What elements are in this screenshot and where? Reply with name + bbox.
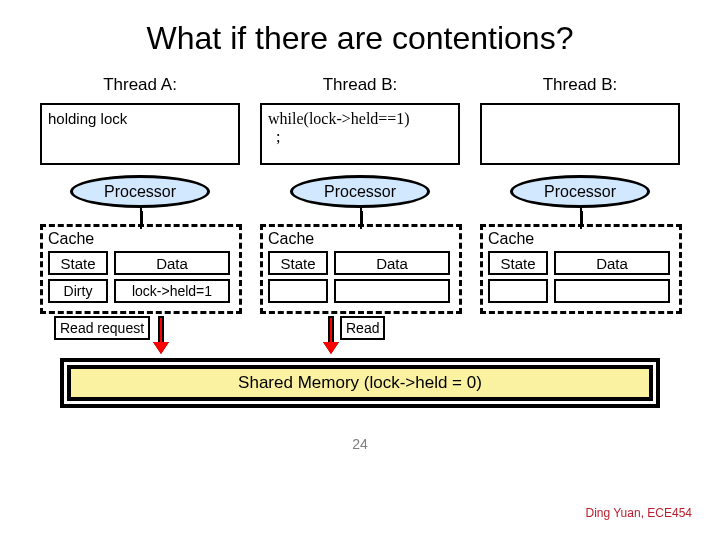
arrow-b1-head bbox=[323, 342, 339, 354]
thread-b1: Thread B: while(lock->held==1) ; bbox=[260, 75, 460, 165]
state-a: Dirty bbox=[48, 279, 108, 303]
shared-memory: Shared Memory (lock->held = 0) bbox=[67, 365, 653, 401]
proc-b1: Processor Cache State Data bbox=[260, 175, 460, 314]
processor-b2: Processor bbox=[510, 175, 650, 208]
thread-b2-code bbox=[480, 103, 680, 165]
data-header-a: Data bbox=[114, 251, 230, 275]
arrow-a-head bbox=[153, 342, 169, 354]
read-b2 bbox=[480, 320, 680, 348]
data-header-b2: Data bbox=[554, 251, 670, 275]
processor-row: Processor Cache State Data Dirty lock->h… bbox=[0, 175, 720, 314]
thread-b2: Thread B: bbox=[480, 75, 680, 165]
memory-wrap: Shared Memory (lock->held = 0) bbox=[60, 358, 660, 408]
cache-b2: Cache State Data bbox=[480, 224, 682, 314]
state-header-b2: State bbox=[488, 251, 548, 275]
cache-b2-label: Cache bbox=[488, 230, 674, 248]
page-number: 24 bbox=[0, 436, 720, 452]
data-b2 bbox=[554, 279, 670, 303]
cache-b1-label: Cache bbox=[268, 230, 454, 248]
state-header-b1: State bbox=[268, 251, 328, 275]
thread-b1-code: while(lock->held==1) ; bbox=[260, 103, 460, 165]
cache-b1: Cache State Data bbox=[260, 224, 462, 314]
proc-a: Processor Cache State Data Dirty lock->h… bbox=[40, 175, 240, 314]
read-row: Read request Read bbox=[0, 320, 720, 348]
proc-b2: Processor Cache State Data bbox=[480, 175, 680, 314]
state-b2 bbox=[488, 279, 548, 303]
read-a: Read request bbox=[40, 320, 240, 348]
thread-a: Thread A: holding lock bbox=[40, 75, 240, 165]
cache-a: Cache State Data Dirty lock->held=1 bbox=[40, 224, 242, 314]
data-b1 bbox=[334, 279, 450, 303]
processor-b1: Processor bbox=[290, 175, 430, 208]
thread-row: Thread A: holding lock Thread B: while(l… bbox=[0, 75, 720, 165]
processor-a: Processor bbox=[70, 175, 210, 208]
credit: Ding Yuan, ECE454 bbox=[585, 506, 692, 520]
read-box-b1: Read bbox=[340, 316, 385, 340]
arrow-a bbox=[158, 316, 164, 344]
thread-b2-label: Thread B: bbox=[480, 75, 680, 95]
thread-b1-label: Thread B: bbox=[260, 75, 460, 95]
cache-a-label: Cache bbox=[48, 230, 234, 248]
data-a: lock->held=1 bbox=[114, 279, 230, 303]
read-b1: Read bbox=[260, 320, 460, 348]
data-header-b1: Data bbox=[334, 251, 450, 275]
slide-title: What if there are contentions? bbox=[0, 0, 720, 57]
arrow-b1 bbox=[328, 316, 334, 344]
read-request-box: Read request bbox=[54, 316, 150, 340]
state-header-a: State bbox=[48, 251, 108, 275]
thread-a-label: Thread A: bbox=[40, 75, 240, 95]
state-b1 bbox=[268, 279, 328, 303]
thread-a-code: holding lock bbox=[40, 103, 240, 165]
memory-outer: Shared Memory (lock->held = 0) bbox=[60, 358, 660, 408]
